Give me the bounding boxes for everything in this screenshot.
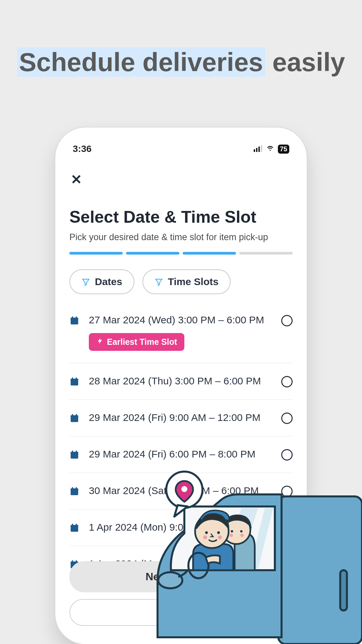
filter-dates-label: Dates: [95, 276, 122, 287]
page-title: Select Date & Time Slot: [69, 207, 293, 227]
page-subtitle: Pick your desired date & time slot for i…: [69, 232, 293, 243]
slot-content: 30 Mar 2024 (Sat) 3:00 PM – 6:00 PM: [89, 485, 272, 496]
svg-rect-11: [72, 378, 73, 380]
phone-frame: 3:36 75 ✕ Select Date & Time Slot Pick y…: [55, 127, 307, 644]
slot-text: 28 Mar 2024 (Thu) 3:00 PM – 6:00 PM: [89, 375, 272, 387]
svg-rect-25: [71, 488, 78, 490]
time-slot-row[interactable]: 27 Mar 2024 (Wed) 3:00 PM – 6:00 PMEarli…: [69, 308, 293, 363]
svg-rect-17: [76, 414, 77, 416]
filter-timeslots-button[interactable]: Time Slots: [142, 269, 231, 294]
slot-text: 29 Mar 2024 (Fri) 9:00 AM – 12:00 PM: [89, 412, 272, 423]
marketing-headline: Schedule deliveries easily: [0, 47, 362, 77]
earliest-badge-label: Earliest Time Slot: [107, 337, 177, 347]
svg-rect-6: [72, 317, 73, 319]
progress-segment: [239, 252, 293, 255]
slot-content: 29 Mar 2024 (Fri) 6:00 PM – 8:00 PM: [89, 448, 272, 460]
progress-bar: [69, 252, 293, 255]
svg-rect-16: [72, 414, 73, 416]
calendar-icon: [69, 523, 79, 533]
svg-rect-36: [72, 560, 73, 562]
filter-dates-button[interactable]: Dates: [69, 269, 134, 294]
filter-timeslots-label: Time Slots: [168, 276, 219, 287]
next-button[interactable]: Next: Confirm: [69, 561, 293, 592]
secondary-button[interactable]: [69, 599, 293, 626]
time-slot-row[interactable]: 29 Mar 2024 (Fri) 6:00 PM – 8:00 PM: [69, 436, 293, 473]
headline-rest: easily: [273, 47, 345, 77]
status-time: 3:36: [73, 144, 92, 154]
svg-rect-32: [76, 524, 77, 526]
svg-rect-31: [72, 524, 73, 526]
filter-row: Dates Time Slots: [69, 269, 293, 294]
status-bar: 3:36 75: [69, 142, 293, 156]
phone-screen: 3:36 75 ✕ Select Date & Time Slot Pick y…: [60, 132, 302, 639]
calendar-icon: [69, 377, 79, 387]
slot-content: 27 Mar 2024 (Wed) 3:00 PM – 6:00 PMEarli…: [89, 314, 272, 351]
slot-radio[interactable]: [281, 522, 293, 534]
headline-accent: Schedule deliveries: [17, 47, 265, 77]
wifi-icon: [266, 144, 275, 154]
svg-rect-22: [76, 451, 77, 453]
svg-rect-2: [258, 147, 260, 152]
slot-list: 27 Mar 2024 (Wed) 3:00 PM – 6:00 PMEarli…: [69, 308, 293, 583]
svg-rect-37: [76, 560, 77, 562]
svg-rect-1: [256, 148, 257, 152]
progress-segment: [126, 252, 179, 255]
svg-rect-15: [71, 415, 78, 417]
bolt-icon: [96, 337, 104, 347]
slot-radio[interactable]: [281, 486, 293, 497]
svg-rect-26: [72, 487, 73, 489]
slot-radio[interactable]: [281, 376, 293, 387]
slot-text: 30 Mar 2024 (Sat) 3:00 PM – 6:00 PM: [89, 485, 272, 496]
time-slot-row[interactable]: 28 Mar 2024 (Thu) 3:00 PM – 6:00 PM: [69, 363, 293, 400]
slot-text: 27 Mar 2024 (Wed) 3:00 PM – 6:00 PM: [89, 314, 272, 326]
svg-rect-7: [76, 317, 77, 319]
slot-radio[interactable]: [281, 449, 293, 461]
svg-rect-10: [71, 379, 78, 381]
svg-rect-27: [76, 487, 77, 489]
time-slot-row[interactable]: 1 Apr 2024 (Mon) 9:00: [69, 509, 293, 546]
svg-rect-0: [254, 149, 255, 152]
svg-rect-12: [76, 378, 77, 380]
time-slot-row[interactable]: 29 Mar 2024 (Fri) 9:00 AM – 12:00 PM: [69, 400, 293, 436]
svg-rect-21: [72, 451, 73, 453]
svg-rect-40: [340, 570, 347, 610]
calendar-icon: [69, 316, 79, 326]
slot-content: 29 Mar 2024 (Fri) 9:00 AM – 12:00 PM: [89, 412, 272, 423]
battery-icon: 75: [278, 145, 289, 154]
svg-rect-3: [261, 145, 262, 152]
slot-content: 28 Mar 2024 (Thu) 3:00 PM – 6:00 PM: [89, 375, 272, 387]
refresh-icon: [176, 607, 186, 618]
svg-rect-5: [71, 318, 78, 320]
status-right: 75: [254, 144, 289, 154]
calendar-icon: [69, 413, 79, 423]
progress-segment: [69, 252, 123, 255]
funnel-icon: [155, 277, 163, 286]
slot-radio[interactable]: [281, 413, 293, 424]
calendar-icon: [69, 486, 79, 496]
slot-text: 1 Apr 2024 (Mon) 9:00: [89, 522, 272, 533]
svg-rect-30: [71, 525, 78, 527]
signal-icon: [254, 144, 262, 154]
time-slot-row[interactable]: 30 Mar 2024 (Sat) 3:00 PM – 6:00 PM: [69, 473, 293, 509]
slot-text: 29 Mar 2024 (Fri) 6:00 PM – 8:00 PM: [89, 448, 272, 460]
slot-radio[interactable]: [281, 315, 293, 326]
svg-rect-20: [71, 452, 78, 454]
close-button[interactable]: ✕: [69, 172, 82, 187]
calendar-icon: [69, 450, 79, 460]
progress-segment: [183, 252, 236, 255]
earliest-badge: Earliest Time Slot: [89, 333, 184, 351]
slot-content: 1 Apr 2024 (Mon) 9:00: [89, 522, 272, 533]
funnel-icon: [81, 277, 90, 286]
